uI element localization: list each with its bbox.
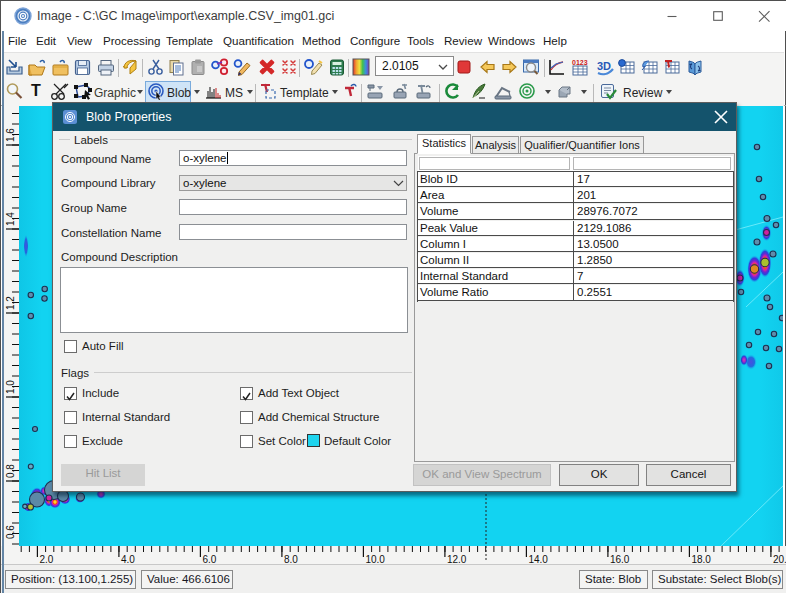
svg-text:0123: 0123 [572,59,588,66]
svg-text:14.0: 14.0 [528,554,548,565]
svg-text:12.0: 12.0 [447,554,467,565]
svg-text:18.0: 18.0 [691,554,711,565]
svg-text:16.0: 16.0 [610,554,630,565]
svg-text:1.2: 1.2 [5,296,16,310]
svg-text:1.4: 1.4 [5,212,16,226]
svg-text:10.0: 10.0 [365,554,385,565]
svg-text:8.0: 8.0 [284,554,298,565]
svg-text:3D: 3D [597,60,611,72]
svg-text:2.0: 2.0 [39,554,53,565]
svg-text:1.6: 1.6 [5,128,16,142]
svg-text:0.8: 0.8 [5,464,16,478]
svg-text:1.0: 1.0 [5,380,16,394]
svg-text:6.0: 6.0 [202,554,216,565]
svg-text:T: T [31,82,41,99]
svg-text:20.0: 20.0 [773,554,786,565]
svg-text:0.6: 0.6 [5,525,16,539]
svg-text:4.0: 4.0 [121,554,135,565]
